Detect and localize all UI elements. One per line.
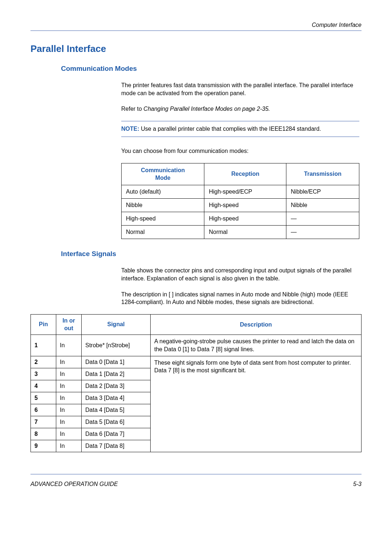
- col-header-reception: Reception: [204, 163, 286, 185]
- col-header-pin: Pin: [31, 314, 56, 335]
- table-header-row: Pin In or out Signal Description: [31, 314, 362, 335]
- signals-intro-paragraph: Table shows the connector pins and corre…: [121, 267, 359, 282]
- cell: Auto (default): [122, 185, 204, 199]
- cell-io: In: [56, 404, 82, 416]
- cell-io: In: [56, 368, 82, 380]
- cell: Normal: [204, 226, 286, 239]
- note-body: Use a parallel printer cable that compli…: [139, 126, 321, 132]
- col-header-mode: Communication Mode: [122, 163, 204, 185]
- cell-signal: Data 6 [Data 7]: [82, 428, 151, 440]
- col-header-mode-line1: Communication: [141, 167, 185, 173]
- cell: Nibble: [122, 199, 204, 212]
- cell: High-speed/ECP: [204, 185, 286, 199]
- col-header-io-line2: out: [64, 325, 73, 331]
- cell-pin: 3: [31, 368, 56, 380]
- cell-pin: 9: [31, 440, 56, 452]
- cell-pin: 1: [31, 335, 56, 356]
- table-row: High-speed High-speed —: [122, 212, 359, 226]
- cell-description: A negative-going-strobe pulse causes the…: [151, 335, 362, 356]
- cell: —: [286, 212, 359, 226]
- cell: Nibble/ECP: [286, 185, 359, 199]
- cell: Normal: [122, 226, 204, 239]
- table-row: 1 In Strobe* [nStrobe] A negative-going-…: [31, 335, 362, 356]
- refer-paragraph: Refer to Changing Parallel Interface Mod…: [121, 105, 359, 113]
- table-row: Auto (default) High-speed/ECP Nibble/ECP: [122, 185, 359, 199]
- cell-signal: Data 2 [Data 3]: [82, 380, 151, 392]
- section-label: Computer Interface: [30, 22, 362, 28]
- sub-heading-modes: Communication Modes: [61, 65, 362, 73]
- note-label: NOTE:: [121, 126, 139, 132]
- cell-pin: 5: [31, 392, 56, 404]
- cell-io: In: [56, 428, 82, 440]
- signals-note-paragraph: The description in [ ] indicates signal …: [121, 291, 359, 306]
- col-header-signal: Signal: [82, 314, 151, 335]
- cell: —: [286, 226, 359, 239]
- table-header-row: Communication Mode Reception Transmissio…: [122, 163, 359, 185]
- col-header-transmission: Transmission: [286, 163, 359, 185]
- table-row: 2 In Data 0 [Data 1] These eight signals…: [31, 356, 362, 368]
- sub-heading-signals: Interface Signals: [61, 250, 362, 258]
- table-row: Normal Normal —: [122, 226, 359, 239]
- modes-intro-paragraph: You can choose from four communication m…: [121, 147, 359, 155]
- header-rule: [30, 31, 362, 31]
- cell-pin: 4: [31, 380, 56, 392]
- cell-description-merged: These eight signals form one byte of dat…: [151, 356, 362, 452]
- cell-signal: Data 5 [Data 6]: [82, 416, 151, 428]
- cell-pin: 7: [31, 416, 56, 428]
- cell-io: In: [56, 440, 82, 452]
- cell-io: In: [56, 392, 82, 404]
- note-paragraph: NOTE: Use a parallel printer cable that …: [121, 123, 359, 135]
- cell-pin: 8: [31, 428, 56, 440]
- table-row: Nibble High-speed Nibble: [122, 199, 359, 212]
- cell: High-speed: [204, 199, 286, 212]
- page-number: 5-3: [353, 481, 362, 487]
- cell-io: In: [56, 356, 82, 368]
- cell-signal: Data 0 [Data 1]: [82, 356, 151, 368]
- interface-signals-table: Pin In or out Signal Description 1 In St…: [30, 314, 362, 452]
- intro-paragraph: The printer features fast data transmiss…: [121, 81, 359, 97]
- cell: High-speed: [204, 212, 286, 226]
- note-rule-top: [121, 121, 359, 121]
- col-header-mode-line2: Mode: [155, 175, 171, 181]
- cell-signal: Data 4 [Data 5]: [82, 404, 151, 416]
- cell: Nibble: [286, 199, 359, 212]
- cell-io: In: [56, 335, 82, 356]
- page-header: Computer Interface: [30, 22, 362, 28]
- cell-signal: Data 1 [Data 2]: [82, 368, 151, 380]
- communication-modes-table: Communication Mode Reception Transmissio…: [121, 163, 359, 239]
- footer-rule: [30, 474, 362, 474]
- page-footer: ADVANCED OPERATION GUIDE 5-3: [30, 481, 362, 487]
- refer-prefix: Refer to: [121, 106, 143, 112]
- cell: High-speed: [122, 212, 204, 226]
- note-block: NOTE: Use a parallel printer cable that …: [121, 121, 359, 137]
- cell-signal: Strobe* [nStrobe]: [82, 335, 151, 356]
- col-header-io: In or out: [56, 314, 82, 335]
- main-heading: Parallel Interface: [30, 43, 362, 54]
- col-header-io-line1: In or: [62, 317, 75, 324]
- footer-title: ADVANCED OPERATION GUIDE: [30, 481, 118, 487]
- refer-link-text: Changing Parallel Interface Modes on pag…: [143, 106, 270, 112]
- col-header-description: Description: [151, 314, 362, 335]
- cell-pin: 2: [31, 356, 56, 368]
- cell-signal: Data 3 [Data 4]: [82, 392, 151, 404]
- cell-io: In: [56, 416, 82, 428]
- note-rule-bottom: [121, 137, 359, 137]
- cell-signal: Data 7 [Data 8]: [82, 440, 151, 452]
- cell-io: In: [56, 380, 82, 392]
- cell-pin: 6: [31, 404, 56, 416]
